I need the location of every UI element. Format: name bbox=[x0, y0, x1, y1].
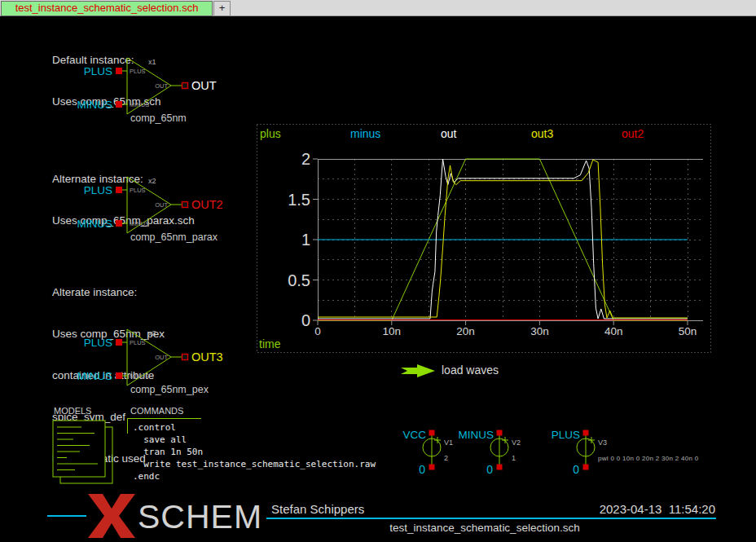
pin-name-out: OUT bbox=[155, 354, 168, 361]
y-tick-label: 2 bbox=[301, 150, 310, 168]
pin-name-minus: MINUS bbox=[130, 101, 149, 108]
legend-out: out bbox=[441, 127, 457, 140]
source-value: 2 bbox=[444, 454, 448, 462]
net-label-out[interactable]: OUT2 bbox=[191, 198, 223, 211]
sheet-name: test_instance_schematic_selection.sch bbox=[257, 522, 713, 534]
pin-name-out: OUT bbox=[155, 82, 168, 90]
out-pin-square[interactable] bbox=[182, 355, 188, 360]
source-designator: V2 bbox=[512, 438, 521, 447]
net-label-plus[interactable]: PLUS bbox=[552, 429, 580, 441]
net-label-minus[interactable]: MINUS bbox=[77, 370, 113, 382]
source-value: 1 bbox=[512, 454, 516, 462]
xschem-logo-text: SCHEM bbox=[138, 500, 262, 534]
plus-pin-square[interactable] bbox=[116, 187, 122, 193]
x-axis-name: time bbox=[259, 337, 281, 350]
bottom-pin-square[interactable] bbox=[583, 465, 589, 470]
author-name: Stefan Schippers bbox=[271, 502, 364, 516]
waveform-graph[interactable]: 00.511.52010n20n30n40n50nplusminusoutout… bbox=[257, 124, 711, 353]
spice-commands-text[interactable]: .control save all tran 1n 50n write test… bbox=[133, 421, 376, 483]
x-tick-label: 0 bbox=[314, 325, 321, 337]
comparator-instance-x1[interactable]: x1 PLUS PLUS MINUS MINUS OUT OUT comp_65… bbox=[49, 51, 240, 129]
top-pin-square[interactable] bbox=[429, 430, 435, 436]
legend-out2: out2 bbox=[622, 127, 644, 140]
x-tick-label: 50n bbox=[679, 325, 697, 337]
instance-designator: x3 bbox=[148, 329, 156, 337]
command-line: save all bbox=[133, 434, 376, 446]
minus-pin-square[interactable] bbox=[116, 372, 122, 379]
green-arrow-right-icon[interactable] bbox=[401, 364, 438, 378]
x-tick-label: 40n bbox=[604, 325, 623, 337]
vsource-v3[interactable]: PLUS V3 pwl 0 0 10n 0 20n 2 30n 2 40n 0 … bbox=[552, 429, 699, 476]
bottom-pin-square[interactable] bbox=[497, 465, 503, 470]
symbol-name: comp_65nm_parax bbox=[130, 231, 218, 243]
net-label-gnd[interactable]: 0 bbox=[486, 463, 493, 476]
timestamp: 2023-04-13 11:54:20 bbox=[538, 502, 715, 516]
y-tick-label: 1 bbox=[301, 231, 310, 249]
minus-pin-square[interactable] bbox=[116, 101, 122, 108]
xschem-logo-x-icon bbox=[86, 492, 138, 540]
net-label-plus[interactable]: PLUS bbox=[84, 337, 112, 349]
net-label-gnd[interactable]: 0 bbox=[573, 463, 579, 476]
stacked-documents-icon[interactable] bbox=[51, 405, 132, 487]
vsource-v2[interactable]: MINUS V2 1 0 bbox=[459, 429, 521, 476]
net-label-plus[interactable]: PLUS bbox=[84, 184, 112, 196]
out-pin-square[interactable] bbox=[182, 83, 188, 89]
y-tick-label: 0 bbox=[301, 311, 310, 329]
top-pin-square[interactable] bbox=[583, 430, 589, 436]
y-tick-label: 1.5 bbox=[288, 191, 310, 209]
load-waves-launcher[interactable]: load waves bbox=[442, 364, 499, 377]
net-label-plus[interactable]: PLUS bbox=[84, 65, 112, 77]
symbol-name: comp_65nm bbox=[130, 112, 187, 124]
command-line: .control bbox=[133, 421, 376, 434]
source-designator: V1 bbox=[444, 438, 453, 447]
instance3-title-line1: Alterate instance: bbox=[52, 285, 165, 299]
legend-out3: out3 bbox=[531, 127, 553, 140]
title-block-line-left bbox=[47, 515, 86, 517]
net-label-vcc[interactable]: VCC bbox=[402, 429, 426, 441]
top-pin-square[interactable] bbox=[497, 430, 503, 436]
command-line: write test_instance_schematic_selection.… bbox=[133, 458, 376, 470]
pin-name-plus: PLUS bbox=[130, 68, 146, 75]
pin-name-plus: PLUS bbox=[130, 187, 146, 194]
comparator-instance-x2[interactable]: x2 PLUS PLUS MINUS MINUS OUT OUT2 comp_6… bbox=[49, 170, 240, 248]
net-label-out[interactable]: OUT3 bbox=[191, 350, 223, 364]
x-tick-label: 20n bbox=[456, 325, 475, 337]
source-pwl-value: pwl 0 0 10n 0 20n 2 30n 2 40n 0 bbox=[598, 455, 699, 462]
command-line: tran 1n 50n bbox=[133, 446, 376, 458]
bottom-pin-square[interactable] bbox=[429, 465, 435, 470]
source-designator: V3 bbox=[598, 438, 607, 447]
net-label-minus[interactable]: MINUS bbox=[77, 99, 113, 111]
plus-pin-square[interactable] bbox=[116, 68, 122, 74]
legend-minus: minus bbox=[350, 127, 380, 140]
instance-designator: x2 bbox=[148, 177, 156, 185]
commands-bracket bbox=[127, 418, 128, 434]
commands-underline bbox=[127, 418, 201, 419]
new-tab-button[interactable]: + bbox=[213, 1, 231, 16]
net-label-minus[interactable]: MINUS bbox=[77, 218, 113, 230]
voltage-sources: VCC V1 2 0 MINUS V2 1 0 PLUS V3 pwl 0 0 … bbox=[405, 427, 731, 479]
x-tick-label: 10n bbox=[383, 325, 402, 337]
title-block-underline bbox=[266, 518, 716, 519]
minus-pin-square[interactable] bbox=[116, 220, 122, 227]
legend-plus: plus bbox=[260, 127, 281, 140]
comparator-instance-x3[interactable]: x3 PLUS PLUS MINUS MINUS OUT OUT3 comp_6… bbox=[49, 323, 240, 400]
commands-label: COMMANDS bbox=[130, 406, 183, 416]
y-tick-label: 0.5 bbox=[288, 271, 310, 289]
pin-name-out: OUT bbox=[155, 201, 168, 209]
pin-name-minus: MINUS bbox=[130, 372, 149, 380]
net-label-gnd[interactable]: 0 bbox=[419, 463, 425, 476]
instance-designator: x1 bbox=[148, 58, 156, 66]
tab-bar: test_instance_schematic_selection.sch + bbox=[0, 0, 756, 16]
plus-pin-square[interactable] bbox=[116, 339, 122, 346]
vsource-v1[interactable]: VCC V1 2 0 bbox=[402, 429, 453, 476]
net-label-minus[interactable]: MINUS bbox=[459, 429, 494, 441]
out-pin-square[interactable] bbox=[182, 202, 188, 208]
net-label-out[interactable]: OUT bbox=[191, 79, 217, 92]
tab-schematic[interactable]: test_instance_schematic_selection.sch bbox=[1, 1, 213, 16]
symbol-name: comp_65nm_pex bbox=[130, 384, 209, 395]
pin-name-minus: MINUS bbox=[130, 220, 149, 227]
command-line: .endc bbox=[133, 470, 376, 483]
x-tick-label: 30n bbox=[530, 325, 549, 337]
pin-name-plus: PLUS bbox=[130, 339, 146, 346]
